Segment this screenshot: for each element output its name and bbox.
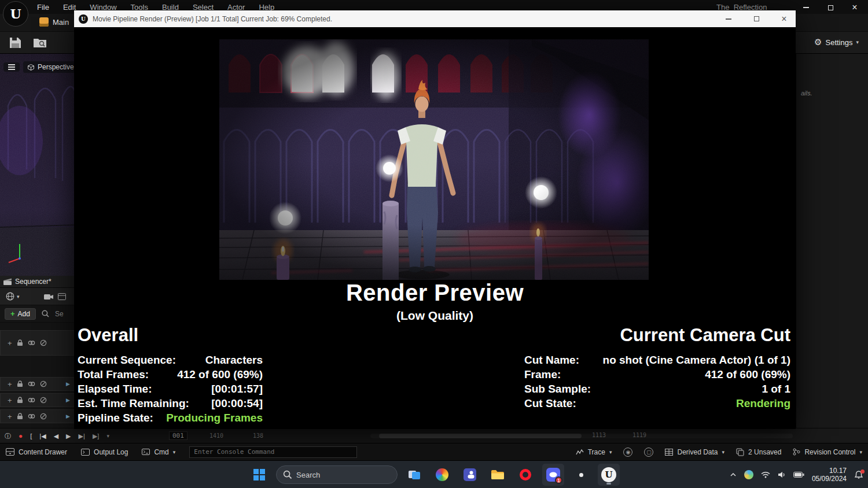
taskbar-clock[interactable]: 10.17 05/09/2024 [812, 467, 847, 483]
notification-badge: 1 [555, 476, 562, 484]
clapperboard-icon [3, 278, 12, 285]
add-track-button[interactable]: + Add [5, 308, 36, 320]
volume-icon[interactable] [778, 471, 786, 478]
photos-app-icon[interactable] [431, 464, 453, 486]
plus-icon[interactable]: + [8, 380, 12, 388]
jump-to-end-icon[interactable]: ▶] [93, 432, 100, 440]
tray-app-icon[interactable] [744, 470, 753, 479]
discord-app-icon[interactable]: 1 [542, 464, 564, 486]
unsaved-label: 2 Unsaved [748, 448, 781, 456]
tab-main-level[interactable]: Main [39, 17, 69, 27]
teams-app-icon[interactable] [459, 464, 481, 486]
browse-content-button[interactable] [34, 37, 46, 47]
dialog-title-bar[interactable]: U Movie Pipeline Render (Preview) [Job 1… [74, 10, 796, 27]
expand-track-icon[interactable]: ▶ [66, 397, 70, 403]
file-explorer-icon[interactable] [487, 464, 509, 486]
track-row[interactable]: + ▶ [0, 393, 75, 407]
pipeline-state-value: Producing Frames [166, 411, 263, 425]
track-row[interactable]: + [0, 330, 75, 356]
chevron-down-icon: ▾ [17, 294, 20, 300]
camera-icon[interactable] [44, 293, 53, 300]
taskbar-search-input[interactable] [296, 471, 389, 479]
lock-icon[interactable] [17, 380, 23, 387]
unreal-app-icon[interactable]: U [598, 464, 620, 486]
mute-icon[interactable] [40, 397, 47, 404]
settings-dropdown[interactable]: ⚙ Settings ▾ [814, 37, 859, 47]
wifi-icon[interactable] [761, 471, 770, 478]
task-view-icon[interactable] [403, 464, 425, 486]
trace-dropdown[interactable]: Trace ▾ [576, 448, 612, 456]
opera-browser-icon[interactable] [514, 464, 536, 486]
plus-icon[interactable]: + [8, 339, 12, 347]
timeline-ruler-number: 1113 [592, 432, 606, 438]
window-minimize-button[interactable] [794, 0, 818, 15]
track-row[interactable]: + ▶ [0, 377, 75, 391]
background-app-icon[interactable] [570, 464, 592, 486]
window-restore-button[interactable] [818, 0, 843, 15]
perspective-dropdown[interactable]: Perspective [23, 61, 75, 73]
sequencer-tab-label[interactable]: Sequencer* [15, 278, 52, 286]
level-viewport[interactable]: Perspective [0, 54, 75, 276]
derived-data-label: Derived Data [677, 448, 718, 456]
timeline-ruler-number: 1119 [632, 432, 646, 438]
menu-file[interactable]: File [37, 3, 49, 12]
screenshot-icon[interactable]: ▢ [644, 448, 653, 457]
notifications-button[interactable] [854, 470, 863, 479]
dialog-close-button[interactable]: × [773, 10, 796, 27]
revision-control-dropdown[interactable]: Revision Control ▾ [793, 448, 862, 456]
viewport-menu-button[interactable] [3, 62, 20, 72]
record-icon[interactable]: ● [19, 432, 23, 440]
play-icon[interactable]: ▶ [66, 432, 71, 440]
jump-to-start-icon[interactable]: |◀ [39, 432, 46, 440]
mute-icon[interactable] [40, 339, 47, 346]
insights-icon[interactable]: ◉ [623, 448, 632, 457]
playback-options-icon[interactable]: ▾ [106, 433, 109, 439]
tray-chevron-up-icon[interactable] [730, 472, 737, 477]
timeline-scrollbar-thumb[interactable] [379, 434, 582, 438]
range-start-icon[interactable]: [ [30, 432, 32, 439]
content-drawer-button[interactable]: Content Drawer [6, 448, 67, 456]
step-back-icon[interactable]: ◀ [54, 432, 58, 440]
plus-icon[interactable]: + [8, 397, 12, 404]
info-icon[interactable]: ⓘ [5, 432, 11, 441]
overall-stats: Overall Current Sequence: Characters Tot… [78, 325, 263, 425]
tab-main-label: Main [53, 18, 69, 27]
gear-icon: ⚙ [814, 37, 822, 47]
content-drawer-label: Content Drawer [19, 448, 67, 456]
expand-track-icon[interactable]: ▶ [66, 413, 70, 419]
current-frame-field[interactable]: 001 [169, 431, 187, 440]
unreal-engine-logo-icon[interactable]: U [3, 1, 28, 27]
stat-row: Pipeline State: Producing Frames [78, 411, 263, 425]
dialog-maximize-button[interactable] [745, 10, 768, 27]
save-button[interactable] [9, 37, 21, 49]
sequencer-search-input[interactable]: Se [55, 310, 64, 318]
dialog-minimize-button[interactable] [717, 10, 740, 27]
battery-icon[interactable] [793, 472, 804, 478]
trace-graph-icon [576, 449, 584, 456]
link-icon[interactable] [28, 339, 35, 346]
link-icon[interactable] [28, 397, 35, 404]
taskbar-search[interactable] [276, 465, 398, 484]
sequence-picker-dropdown[interactable]: ▾ [6, 292, 20, 301]
timeline-scrollbar[interactable] [370, 434, 793, 438]
mute-icon[interactable] [40, 413, 47, 420]
window-close-button[interactable]: × [843, 0, 867, 15]
track-row[interactable]: + ▶ [0, 409, 75, 423]
start-button[interactable] [248, 464, 270, 486]
output-log-button[interactable]: Output Log [81, 448, 128, 456]
lock-icon[interactable] [17, 397, 23, 404]
console-command-input[interactable] [189, 446, 357, 458]
plus-icon[interactable]: + [8, 413, 12, 420]
link-icon[interactable] [28, 380, 35, 387]
lock-icon[interactable] [17, 339, 23, 346]
lock-icon[interactable] [17, 413, 23, 420]
cmd-dropdown[interactable]: Cmd ▾ [142, 448, 175, 456]
unsaved-changes-button[interactable]: 2 Unsaved [736, 448, 781, 456]
step-forward-icon[interactable]: ▶| [79, 432, 85, 440]
link-icon[interactable] [28, 413, 35, 420]
shot-board-icon[interactable] [58, 293, 66, 300]
mute-icon[interactable] [40, 380, 47, 387]
search-icon[interactable] [42, 310, 49, 317]
derived-data-dropdown[interactable]: Derived Data ▾ [665, 448, 724, 456]
expand-track-icon[interactable]: ▶ [66, 381, 70, 387]
